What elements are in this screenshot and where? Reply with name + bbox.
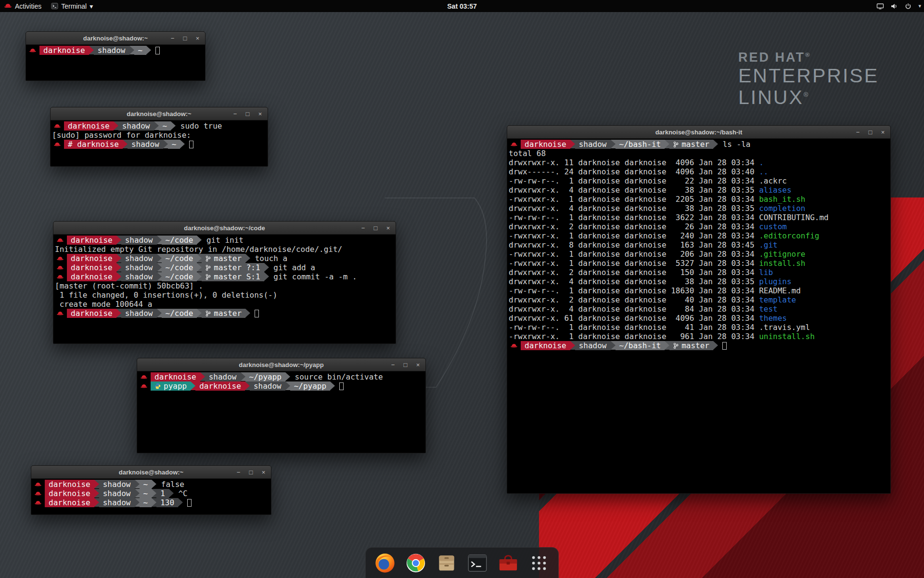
titlebar[interactable]: darknoise@shadow:~/pyapp − □ ×: [137, 358, 425, 371]
system-menu-chevron-icon[interactable]: ▾: [918, 3, 921, 9]
minimize-button[interactable]: −: [390, 361, 396, 368]
titlebar[interactable]: darknoise@shadow:~/bash-it − □ ×: [507, 126, 890, 139]
terminal-line: darknoiseshadow~/codemaster S:1 git comm…: [55, 272, 394, 281]
minimize-button[interactable]: −: [855, 129, 861, 136]
chevron-down-icon: ▾: [90, 2, 93, 10]
dock-item-firefox[interactable]: [373, 551, 397, 575]
minimize-button[interactable]: −: [235, 469, 242, 476]
terminal-content[interactable]: darknoiseshadow~: [26, 45, 205, 56]
terminal-window: darknoise@shadow:~/bash-it − □ × darknoi…: [507, 125, 891, 494]
titlebar[interactable]: darknoise@shadow:~ − □ ×: [26, 32, 205, 45]
powerline-arrow: [135, 498, 140, 507]
prompt-segment-user: darknoise: [195, 381, 245, 391]
titlebar[interactable]: darknoise@shadow:~/code − □ ×: [53, 222, 396, 235]
close-button[interactable]: ×: [260, 469, 267, 476]
titlebar[interactable]: darknoise@shadow:~ − □ ×: [51, 107, 268, 120]
close-button[interactable]: ×: [385, 224, 391, 232]
clock[interactable]: Sat 03:57: [447, 2, 476, 10]
prompt-segment-git: master: [669, 140, 713, 149]
prompt-segment-git: master: [669, 341, 713, 350]
prompt-segment-user: darknoise: [67, 236, 116, 245]
prompt-segment-host: shadow: [575, 140, 611, 149]
minimize-button[interactable]: −: [360, 224, 366, 232]
redhat-icon: [140, 381, 148, 391]
dock-item-chrome[interactable]: [404, 551, 428, 575]
maximize-button[interactable]: □: [402, 361, 409, 368]
terminal-content[interactable]: darknoiseshadow~/bash-itmaster ls -latot…: [507, 139, 890, 351]
powerline-arrow: [94, 489, 99, 498]
firefox-icon: [374, 552, 396, 574]
powerline-arrow: [94, 480, 99, 488]
terminal-line: darknoiseshadow~/codemaster: [55, 309, 394, 318]
terminal-line: darknoiseshadow~/codemaster ?:1 git add …: [55, 263, 394, 272]
powerline-arrow: [285, 372, 290, 381]
dock-item-software[interactable]: [496, 551, 520, 575]
terminal-line: -rwxrwxr-x. 1 darknoise darknoise 240 Ja…: [509, 231, 889, 240]
screen-icon[interactable]: [876, 2, 884, 10]
ls-line-meta: -rw-rw-r--. 1 darknoise darknoise 41 Jan…: [509, 323, 759, 332]
powerline-arrow: [123, 140, 128, 148]
dock-item-terminal[interactable]: [465, 551, 489, 575]
close-button[interactable]: ×: [257, 110, 263, 118]
powerline-arrow: [169, 489, 174, 498]
prompt-segment-exit: 130: [156, 498, 178, 507]
minimize-button[interactable]: −: [232, 110, 238, 118]
powerline-arrow: [157, 263, 162, 272]
prompt-segment-host: shadow: [94, 46, 129, 55]
close-button[interactable]: ×: [415, 361, 421, 368]
app-menu-label: Terminal: [61, 2, 87, 10]
prompt-segment-user: darknoise: [67, 272, 116, 281]
prompt-segment-user: darknoise: [521, 341, 570, 350]
terminal-content[interactable]: darknoiseshadow~/pyapp source bin/activa…: [137, 371, 425, 392]
window-title: darknoise@shadow:~/bash-it: [655, 129, 743, 136]
branding-redhat: RED HAT®: [738, 50, 879, 65]
redhat-icon: [510, 140, 518, 149]
volume-icon[interactable]: [890, 2, 898, 10]
maximize-button[interactable]: □: [244, 110, 251, 118]
close-button[interactable]: ×: [880, 129, 886, 136]
terminal-content[interactable]: darknoiseshadow~ sudo true[sudo] passwor…: [51, 120, 268, 150]
window-title: darknoise@shadow:~: [119, 469, 183, 476]
titlebar[interactable]: darknoise@shadow:~ − □ ×: [31, 466, 271, 479]
terminal-content[interactable]: darknoiseshadow~/code git initInitialize…: [53, 235, 396, 319]
prompt-segment-user: darknoise: [45, 489, 94, 498]
app-menu[interactable]: Terminal ▾: [51, 2, 93, 10]
terminal-content[interactable]: darknoiseshadow~ falsedarknoiseshadow~1 …: [31, 479, 271, 508]
maximize-button[interactable]: □: [182, 35, 188, 42]
ls-file-name: aliases: [759, 185, 791, 195]
terminal-line: drwxrwxr-x. 4 darknoise darknoise 84 Jan…: [509, 304, 889, 314]
ls-file-name: CONTRIBUTING.md: [759, 213, 829, 222]
ls-line-meta: drwxrwxr-x. 4 darknoise darknoise 38 Jan…: [509, 204, 759, 213]
window-title: darknoise@shadow:~/pyapp: [239, 361, 323, 368]
powerline-arrow: [114, 121, 118, 130]
terminal-line: # darknoiseshadow~: [52, 140, 266, 149]
dock-item-files[interactable]: [435, 551, 459, 575]
maximize-button[interactable]: □: [372, 224, 379, 232]
command-text: git add a: [269, 263, 315, 272]
terminal-output-text: [sudo] password for darknoise:: [52, 131, 196, 140]
prompt-segment-path: ~/code: [162, 309, 197, 318]
powerline-arrow: [665, 341, 669, 350]
powerline-arrow: [116, 263, 121, 272]
ls-file-name: install.sh: [759, 259, 805, 268]
terminal-line: 1 file changed, 0 insertions(+), 0 delet…: [55, 290, 394, 300]
terminal-line: drwxrwxr-x. 2 darknoise darknoise 40 Jan…: [509, 295, 889, 304]
prompt-segment-user: darknoise: [45, 480, 94, 489]
maximize-button[interactable]: □: [867, 129, 873, 136]
ls-file-name: test: [759, 304, 778, 314]
dock-item-show-applications[interactable]: [527, 551, 551, 575]
powerline-arrow: [116, 236, 121, 244]
power-icon[interactable]: [904, 2, 912, 10]
terminal-line: drwxrwxr-x. 4 darknoise darknoise 38 Jan…: [509, 185, 889, 195]
maximize-button[interactable]: □: [248, 469, 254, 476]
minimize-button[interactable]: −: [169, 35, 176, 42]
redhat-icon: [53, 121, 61, 131]
activities-button[interactable]: Activities: [4, 2, 41, 10]
prompt-segment-venv: pyapp: [151, 381, 191, 391]
close-button[interactable]: ×: [194, 35, 201, 42]
powerline-arrow: [611, 140, 616, 148]
activities-label: Activities: [15, 2, 41, 10]
prompt-segment-path: ~: [159, 121, 171, 131]
ls-file-name: plugins: [759, 277, 791, 286]
redhat-icon: [4, 3, 12, 9]
